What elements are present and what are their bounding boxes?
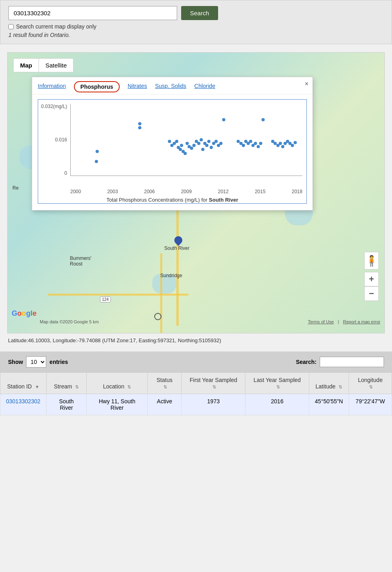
tab-information[interactable]: Information [38, 83, 66, 92]
search-button[interactable]: Search [181, 6, 218, 20]
search-bar: 03013302302 Search Search current map di… [0, 0, 392, 44]
map-terms-separator: | [338, 319, 339, 324]
chart-dot [205, 144, 208, 147]
report-error-link[interactable]: Report a map error [343, 319, 380, 324]
cell-station-id: 03013302302 [0, 394, 47, 415]
cell-latitude: 45°50'55"N [309, 394, 349, 415]
chart-area: 0.032(mg/L) 0.016 0 [42, 104, 302, 188]
chart-dot [279, 142, 282, 145]
y-label-bottom: 0 [64, 170, 67, 176]
chart-dot [207, 140, 210, 143]
col-latitude[interactable]: Latitude ⇅ [309, 373, 349, 394]
map-attribution: Map data ©2020 Google 5 km [40, 319, 99, 324]
col-status[interactable]: Status ⇅ [147, 373, 182, 394]
chart-dot [138, 122, 141, 125]
chart-dot [96, 150, 99, 153]
map-toggle-map[interactable]: Map [14, 59, 39, 72]
cell-location: Hwy 11, South River [87, 394, 148, 415]
map-label-bummers-roost: Bummers'Roost [70, 255, 92, 267]
search-checkbox-label: Search current map display only [16, 23, 96, 30]
x-label-2012: 2012 [218, 189, 229, 194]
col-last-year[interactable]: Last Year Sampled ⇅ [245, 373, 309, 394]
sort-icon-longitude: ⇅ [369, 384, 373, 390]
pegman-icon[interactable]: 🧍 [364, 252, 379, 270]
zoom-out-button[interactable]: − [364, 286, 379, 301]
search-input[interactable]: 03013302302 [8, 6, 177, 20]
chart-dot [219, 142, 223, 145]
entries-label: entries [49, 359, 68, 365]
x-label-2003: 2003 [107, 189, 118, 194]
col-station-id-label: Station ID [7, 383, 32, 390]
cell-first-year: 1973 [182, 394, 245, 415]
chart-dot [261, 118, 265, 121]
col-location[interactable]: Location ⇅ [87, 373, 148, 394]
x-label-2015: 2015 [255, 189, 265, 194]
chart-dot [294, 141, 297, 144]
chart-dot [95, 160, 98, 163]
chart-dot [210, 146, 213, 149]
map-toggle-satellite[interactable]: Satellite [39, 59, 73, 72]
tab-nitrates[interactable]: Nitrates [128, 83, 147, 92]
chart-dot [257, 145, 260, 148]
cell-longitude: 79°22'47"W [349, 394, 392, 415]
map-label-south-river: South River [164, 245, 190, 251]
tab-chloride[interactable]: Chloride [194, 83, 215, 92]
table-controls: Show 10 25 50 entries Search: [0, 351, 392, 372]
road-south [160, 253, 162, 333]
tab-phosphorus[interactable]: Phosphorus [74, 81, 120, 92]
sort-icon-last-year: ⇅ [276, 384, 280, 390]
map-terms: Terms of Use | Report a map error [308, 319, 380, 324]
chart-dot [184, 152, 187, 155]
x-label-2018: 2018 [292, 189, 302, 194]
table-search-input[interactable] [320, 357, 384, 367]
col-first-year[interactable]: First Year Sampled ⇅ [182, 373, 245, 394]
popup-close-button[interactable]: × [305, 80, 308, 88]
chart-caption: Total Phosphorus Concentrations (mg/L) f… [42, 197, 302, 203]
chart-dot [192, 144, 196, 147]
table-row: 03013302302 South River Hwy 11, South Ri… [0, 394, 392, 415]
col-location-label: Location [103, 383, 125, 390]
chart-caption-prefix: Total Phosphorus Concentrations (mg/L) f… [106, 197, 209, 203]
sort-icon-location: ⇅ [127, 384, 131, 390]
chart-dot [281, 145, 284, 148]
chart-dot [242, 144, 245, 147]
map-controls: 🧍 + − [364, 252, 379, 301]
entries-select[interactable]: 10 25 50 [26, 356, 46, 368]
x-label-2009: 2009 [181, 189, 192, 194]
cell-status: Active [147, 394, 182, 415]
col-longitude[interactable]: Longitude ⇅ [349, 373, 392, 394]
chart-dot [222, 118, 225, 121]
tab-susp-solids[interactable]: Susp. Solids [155, 83, 186, 92]
road-shield-124: 124 [100, 296, 111, 302]
map-container[interactable]: 654 124 Beach Astorville South River Bum… [7, 52, 385, 333]
col-latitude-label: Latitude [315, 383, 335, 390]
cell-last-year: 2016 [245, 394, 309, 415]
chart-dot [214, 140, 218, 143]
col-last-year-label: Last Year Sampled [253, 377, 301, 383]
y-label-top: 0.032(mg/L) [41, 104, 67, 109]
data-table: Station ID ▼ Stream ⇅ Location ⇅ Status … [0, 372, 392, 415]
map-marker-bottom[interactable] [154, 313, 161, 320]
zoom-in-button[interactable]: + [364, 272, 379, 286]
sort-icon-latitude: ⇅ [339, 384, 342, 390]
col-station-id[interactable]: Station ID ▼ [0, 373, 47, 394]
chart-caption-bold: South River [209, 197, 238, 203]
show-label: Show [8, 359, 23, 365]
x-label-2006: 2006 [144, 189, 155, 194]
show-entries: Show 10 25 50 entries [8, 356, 68, 368]
station-id-link[interactable]: 03013302302 [6, 398, 41, 404]
terms-of-use-link[interactable]: Terms of Use [308, 319, 334, 324]
google-logo: Google [12, 309, 37, 318]
chart-x-labels: 2000 2003 2006 2009 2012 2015 2018 [42, 189, 302, 194]
road-horizontal [48, 294, 188, 296]
chart-dot [249, 140, 252, 143]
col-stream[interactable]: Stream ⇅ [46, 373, 86, 394]
chart-dot [254, 142, 257, 145]
search-checkbox-row: Search current map display only [8, 23, 384, 30]
search-current-map-checkbox[interactable] [8, 24, 14, 29]
chart-wrapper: 0.032(mg/L) 0.016 0 2000 2003 2006 2009 … [38, 99, 307, 204]
sort-icon-first-year: ⇅ [212, 384, 216, 390]
map-label-re: Re [12, 185, 18, 191]
col-stream-label: Stream [54, 383, 72, 390]
col-longitude-label: Longitude [358, 377, 383, 383]
